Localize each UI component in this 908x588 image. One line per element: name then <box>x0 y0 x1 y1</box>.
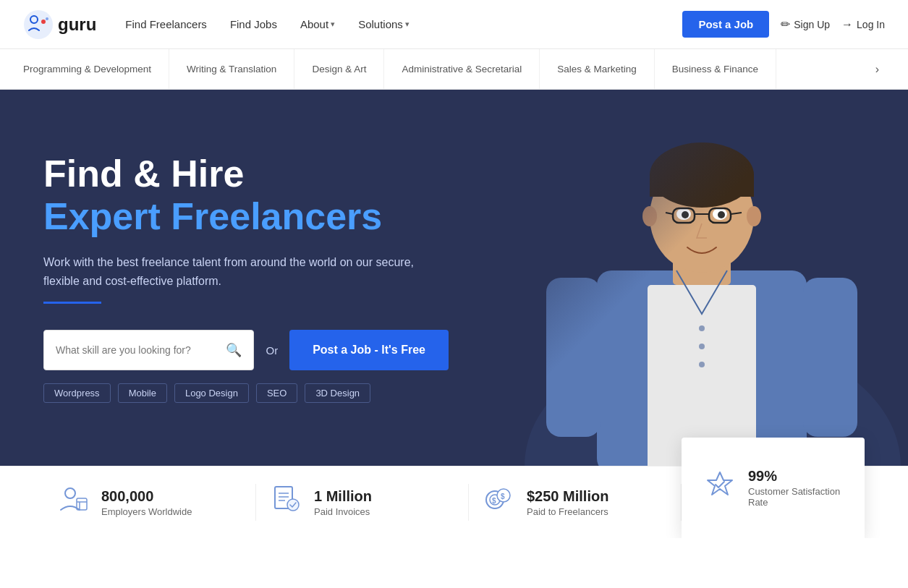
svg-point-15 <box>682 211 689 218</box>
stat-satisfaction-number: 99% <box>748 468 841 485</box>
post-job-button[interactable]: Post a Job <box>682 11 769 38</box>
hero-person-svg <box>517 90 908 466</box>
tag-wordpress[interactable]: Wordpress <box>43 383 111 403</box>
hero-search-row: 🔍 Or Post a Job - It's Free <box>43 330 449 370</box>
svg-point-11 <box>642 206 657 226</box>
tag-mobile[interactable]: Mobile <box>118 383 167 403</box>
svg-point-12 <box>747 206 761 226</box>
invoice-icon <box>271 484 301 521</box>
hero-title-line2: Expert Freelancers <box>43 195 449 239</box>
signup-button[interactable]: ✏ Sign Up <box>781 17 830 31</box>
or-text: Or <box>266 344 278 357</box>
svg-rect-10 <box>650 175 754 197</box>
category-writing[interactable]: Writing & Translation <box>169 49 294 89</box>
stat-paid: $ $ $250 Million Paid to Freelancers <box>469 484 682 521</box>
category-administrative[interactable]: Administrative & Secretarial <box>384 49 540 89</box>
category-business[interactable]: Business & Finance <box>655 49 776 89</box>
category-bar: Programming & Development Writing & Tran… <box>0 49 908 90</box>
category-more-icon[interactable]: › <box>870 63 885 76</box>
tag-3d-design[interactable]: 3D Design <box>305 383 370 403</box>
svg-point-24 <box>699 325 705 331</box>
category-sales[interactable]: Sales & Marketing <box>540 49 655 89</box>
svg-point-2 <box>41 20 46 24</box>
hero-content: Find & Hire Expert Freelancers Work with… <box>0 109 492 447</box>
search-icon: 🔍 <box>226 343 242 357</box>
stats-bar: 800,000 Employers Worldwide 1 Million Pa… <box>0 466 908 538</box>
solutions-chevron-icon: ▾ <box>405 20 410 29</box>
stat-employers-number: 800,000 <box>101 488 192 505</box>
stat-employers: 800,000 Employers Worldwide <box>43 484 256 521</box>
svg-text:$: $ <box>501 493 505 500</box>
hero-subtitle: Work with the best freelance talent from… <box>43 253 420 290</box>
svg-rect-23 <box>803 278 857 437</box>
nav-find-freelancers[interactable]: Find Freelancers <box>125 18 207 30</box>
stat-employers-text: 800,000 Employers Worldwide <box>101 488 192 517</box>
svg-marker-41 <box>708 472 732 495</box>
svg-point-3 <box>46 17 48 20</box>
hero-title-line1: Find & Hire <box>43 153 449 196</box>
login-button[interactable]: → Log In <box>841 18 885 31</box>
hero-underline <box>43 302 101 304</box>
nav-find-jobs[interactable]: Find Jobs <box>230 18 277 30</box>
stat-invoices-text: 1 Million Paid Invoices <box>314 488 372 517</box>
search-icon-button[interactable]: 🔍 <box>226 342 242 358</box>
logo-text: guru <box>58 14 96 35</box>
search-box: 🔍 <box>43 330 254 370</box>
hero-image <box>488 90 908 466</box>
stat-paid-label: Paid to Freelancers <box>527 506 608 517</box>
stat-paid-text: $250 Million Paid to Freelancers <box>527 488 608 517</box>
search-input[interactable] <box>56 344 226 356</box>
svg-point-35 <box>287 499 299 511</box>
login-icon: → <box>841 18 853 31</box>
badge-icon <box>705 469 735 506</box>
svg-point-25 <box>699 344 705 349</box>
nav-about[interactable]: About ▾ <box>300 18 335 30</box>
nav-links: Find Freelancers Find Jobs About ▾ Solut… <box>125 18 682 30</box>
svg-point-27 <box>65 488 75 498</box>
money-icon: $ $ <box>483 484 514 521</box>
stat-satisfaction-label: Customer Satisfaction Rate <box>748 486 841 508</box>
svg-point-0 <box>24 10 53 39</box>
tag-seo[interactable]: SEO <box>256 383 297 403</box>
svg-point-26 <box>699 362 705 367</box>
post-job-hero-button[interactable]: Post a Job - It's Free <box>289 330 449 370</box>
about-chevron-icon: ▾ <box>331 20 335 29</box>
stat-satisfaction-card: 99% Customer Satisfaction Rate <box>682 438 865 539</box>
stat-invoices-number: 1 Million <box>314 488 372 505</box>
guru-logo-icon <box>23 9 54 40</box>
hero-section: Find & Hire Expert Freelancers Work with… <box>0 90 908 466</box>
nav-solutions[interactable]: Solutions ▾ <box>358 18 410 30</box>
signup-icon: ✏ <box>781 17 790 31</box>
stat-invoices-label: Paid Invoices <box>314 506 372 517</box>
navbar: guru Find Freelancers Find Jobs About ▾ … <box>0 0 908 49</box>
category-programming[interactable]: Programming & Development <box>23 49 169 89</box>
tag-logo-design[interactable]: Logo Design <box>174 383 249 403</box>
stat-satisfaction-text: 99% Customer Satisfaction Rate <box>748 468 841 508</box>
svg-point-16 <box>718 211 725 218</box>
logo[interactable]: guru <box>23 9 96 40</box>
svg-text:$: $ <box>492 497 496 505</box>
hero-tags: Wordpress Mobile Logo Design SEO 3D Desi… <box>43 383 449 403</box>
svg-rect-22 <box>546 278 601 437</box>
nav-actions: Post a Job ✏ Sign Up → Log In <box>682 11 885 38</box>
stat-employers-label: Employers Worldwide <box>101 506 192 517</box>
employer-icon <box>58 484 88 521</box>
stat-paid-number: $250 Million <box>527 488 608 505</box>
stat-invoices: 1 Million Paid Invoices <box>256 484 469 521</box>
category-design[interactable]: Design & Art <box>294 49 384 89</box>
